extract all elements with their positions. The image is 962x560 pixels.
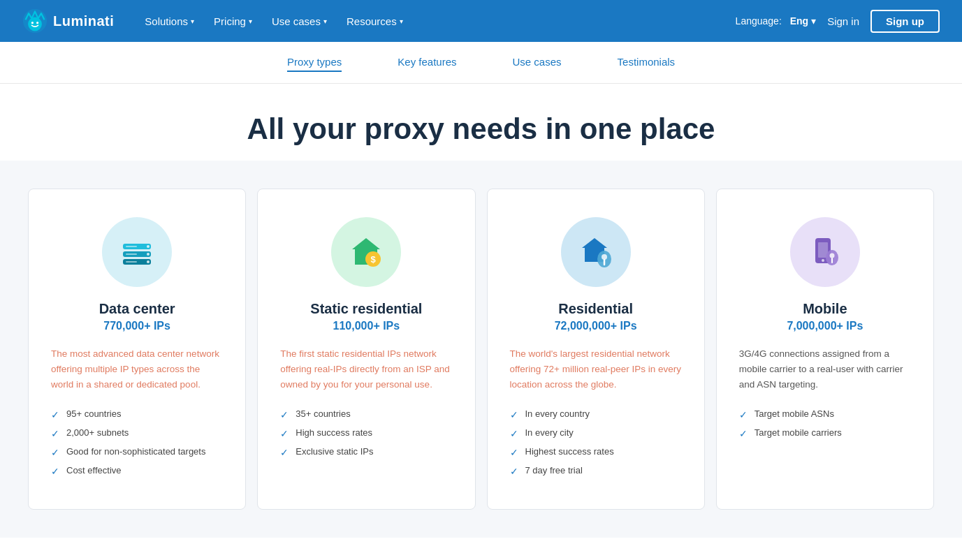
card-static-res-features: ✓35+ countries ✓High success rates ✓Excl… [280, 408, 452, 465]
list-item: ✓Cost effective [51, 465, 223, 477]
list-item: ✓35+ countries [280, 408, 452, 420]
list-item: ✓Target mobile ASNs [739, 408, 911, 420]
mobile-icon [806, 233, 845, 272]
residential-icon [576, 233, 615, 272]
check-icon: ✓ [51, 428, 59, 439]
check-icon: ✓ [280, 428, 289, 439]
svg-point-7 [147, 245, 150, 248]
card-mobile-desc: 3G/4G connections assigned from a mobile… [739, 346, 911, 392]
svg-point-8 [147, 253, 150, 256]
mobile-icon-wrap [790, 217, 860, 287]
card-residential: Residential 72,000,000+ IPs The world's … [487, 189, 705, 510]
card-residential-title: Residential [510, 301, 682, 317]
nav-use-cases[interactable]: Use cases ▾ [263, 10, 335, 33]
hero-title: All your proxy needs in one place [22, 112, 940, 147]
chevron-down-icon: ▾ [323, 17, 327, 25]
static-residential-icon: $ [347, 233, 386, 272]
signup-button[interactable]: Sign up [870, 10, 940, 33]
svg-point-9 [147, 260, 150, 263]
check-icon: ✓ [739, 428, 748, 439]
svg-point-2 [31, 22, 34, 24]
check-icon: ✓ [510, 466, 518, 477]
check-icon: ✓ [510, 447, 518, 458]
chevron-down-icon: ▾ [191, 17, 194, 25]
list-item: ✓2,000+ subnets [51, 427, 223, 439]
check-icon: ✓ [280, 409, 289, 420]
card-static-res-title: Static residential [280, 301, 452, 317]
list-item: ✓95+ countries [51, 408, 223, 420]
brand-name: Luminati [53, 13, 114, 29]
logo[interactable]: Luminati [22, 8, 114, 34]
card-residential-features: ✓In every country ✓In every city ✓Highes… [510, 408, 682, 484]
check-icon: ✓ [51, 466, 59, 477]
list-item: ✓In every country [510, 408, 682, 420]
nav-right: Language: Eng ▾ Sign in Sign up [736, 10, 940, 33]
svg-text:$: $ [371, 254, 377, 265]
datacenter-icon [117, 233, 156, 272]
chevron-down-icon: ▾ [400, 17, 403, 25]
check-icon: ✓ [510, 409, 518, 420]
list-item: ✓High success rates [280, 427, 452, 439]
list-item: ✓Highest success rates [510, 446, 682, 458]
check-icon: ✓ [51, 409, 59, 420]
svg-rect-11 [126, 253, 137, 255]
list-item: ✓7 day free trial [510, 465, 682, 477]
list-item: ✓Good for non-sophisticated targets [51, 446, 223, 458]
card-static-res-subtitle: 110,000+ IPs [280, 320, 452, 332]
check-icon: ✓ [280, 447, 289, 458]
residential-icon-wrap [561, 217, 631, 287]
check-icon: ✓ [739, 409, 748, 420]
svg-rect-10 [126, 246, 137, 247]
main-nav: Luminati Solutions ▾ Pricing ▾ Use cases… [0, 0, 962, 42]
subnav-testimonials[interactable]: Testimonials [618, 53, 676, 72]
nav-pricing[interactable]: Pricing ▾ [205, 10, 261, 33]
language-selector[interactable]: Language: Eng ▾ [736, 15, 817, 27]
card-mobile-features: ✓Target mobile ASNs ✓Target mobile carri… [739, 408, 911, 446]
subnav-key-features[interactable]: Key features [398, 53, 456, 72]
card-datacenter-title: Data center [51, 301, 223, 317]
card-static-res-desc: The first static residential IPs network… [280, 346, 452, 392]
datacenter-icon-wrap [102, 217, 172, 287]
card-static-residential: $ Static residential 110,000+ IPs The fi… [257, 189, 475, 510]
list-item: ✓In every city [510, 427, 682, 439]
card-mobile-subtitle: 7,000,000+ IPs [739, 320, 911, 332]
card-residential-subtitle: 72,000,000+ IPs [510, 320, 682, 332]
card-mobile-title: Mobile [739, 301, 911, 317]
static-res-icon-wrap: $ [331, 217, 401, 287]
card-datacenter-subtitle: 770,000+ IPs [51, 320, 223, 332]
logo-icon [22, 8, 48, 34]
list-item: ✓Target mobile carriers [739, 427, 911, 439]
nav-resources[interactable]: Resources ▾ [338, 10, 411, 33]
nav-links: Solutions ▾ Pricing ▾ Use cases ▾ Resour… [136, 10, 735, 33]
chevron-down-icon: ▾ [811, 15, 816, 27]
svg-point-1 [28, 17, 42, 31]
hero-section: All your proxy needs in one place [0, 84, 962, 161]
svg-point-3 [36, 22, 38, 24]
card-residential-desc: The world's largest residential network … [510, 346, 682, 392]
chevron-down-icon: ▾ [249, 17, 252, 25]
subnav-use-cases[interactable]: Use cases [513, 53, 562, 72]
list-item: ✓Exclusive static IPs [280, 446, 452, 458]
svg-point-21 [822, 259, 824, 262]
svg-point-23 [829, 253, 834, 258]
signin-button[interactable]: Sign in [827, 15, 859, 27]
card-datacenter: Data center 770,000+ IPs The most advanc… [28, 189, 246, 510]
proxy-cards-section: Data center 770,000+ IPs The most advanc… [0, 161, 962, 538]
card-datacenter-features: ✓95+ countries ✓2,000+ subnets ✓Good for… [51, 408, 223, 484]
check-icon: ✓ [510, 428, 518, 439]
svg-rect-12 [126, 261, 137, 263]
sub-nav: Proxy types Key features Use cases Testi… [0, 42, 962, 84]
card-datacenter-desc: The most advanced data center network of… [51, 346, 223, 392]
card-mobile: Mobile 7,000,000+ IPs 3G/4G connections … [716, 189, 934, 510]
check-icon: ✓ [51, 447, 59, 458]
subnav-proxy-types[interactable]: Proxy types [287, 53, 342, 72]
nav-solutions[interactable]: Solutions ▾ [136, 10, 203, 33]
